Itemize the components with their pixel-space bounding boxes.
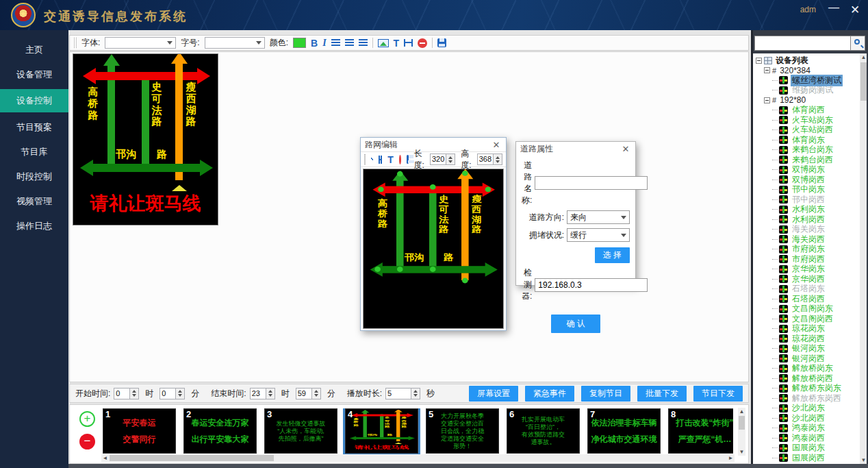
end-minute-value[interactable]: 59 [296, 388, 312, 399]
end-hour-stepper[interactable]: 23 [250, 388, 275, 399]
road-label-bottom-right[interactable]: 路 [387, 433, 392, 436]
device-row[interactable]: 维扬岗测试 [756, 86, 860, 96]
end-minute-stepper[interactable]: 59 [296, 388, 321, 399]
schedule-action-button[interactable]: 屏幕设置 [469, 386, 518, 402]
road-label-middle[interactable]: 史可法路 [438, 195, 448, 234]
scrollbar-thumb[interactable] [860, 62, 867, 101]
road-bar-green-middle[interactable] [380, 415, 383, 439]
device-row[interactable]: 国展岗西 [756, 453, 860, 463]
road-label-middle[interactable]: 史可法路 [151, 82, 162, 127]
road-tool-icon[interactable] [379, 156, 382, 164]
edit-handle-dot[interactable] [397, 267, 403, 272]
font-size-dropdown[interactable] [205, 37, 265, 49]
roadnet-edit-canvas[interactable]: 高桥路 史可法路 瘦西湖路 邗沟 路 [363, 169, 504, 329]
sidebar-item[interactable]: 时段控制 [0, 167, 68, 186]
road-label-bottom-left[interactable]: 邗沟 [367, 433, 377, 436]
road-label-right[interactable]: 瘦西湖路 [471, 195, 481, 234]
text-tool-button[interactable]: T [387, 154, 394, 165]
road-arrowhead-orange[interactable] [394, 410, 403, 412]
font-family-dropdown[interactable] [105, 37, 176, 49]
road-network-drawing[interactable]: 高桥路 史可法路 瘦西湖路 邗沟 路 [363, 171, 502, 290]
device-group-label[interactable]: 320*384 [778, 66, 812, 75]
align-center-icon[interactable] [345, 39, 354, 47]
road-arrow-green-bottom[interactable] [92, 164, 201, 172]
road-label-bottom-left[interactable]: 邗沟 [116, 148, 136, 161]
start-minute-value[interactable]: 0 [159, 388, 176, 399]
dialog-titlebar[interactable]: 路网编辑 ✕ [361, 138, 506, 151]
edit-handle-dot[interactable] [374, 267, 381, 272]
device-label[interactable]: 国展岗西 [791, 452, 826, 464]
schedule-action-button[interactable]: 节目下发 [693, 386, 743, 402]
scrollbar-thumb[interactable] [110, 455, 274, 461]
stepper-arrows[interactable] [411, 388, 420, 399]
close-icon[interactable]: ✕ [620, 144, 631, 154]
road-label-middle[interactable]: 史可法路 [385, 417, 390, 428]
program-vertical-scrollbar[interactable]: ▲ ▼ [738, 408, 745, 456]
start-hour-stepper[interactable]: 0 [114, 388, 139, 399]
stepper-arrows[interactable] [176, 388, 185, 399]
text-tool-button[interactable]: T [394, 38, 400, 49]
program-thumbnail[interactable]: 6 扎实开展电动车“百日整治”，有效预防道路交通事故。 [507, 408, 580, 454]
sidebar-item[interactable]: 设备管理 [0, 64, 68, 84]
stepper-arrows[interactable] [130, 388, 139, 399]
congestion-select[interactable]: 缓行 [567, 228, 630, 242]
device-label[interactable]: 维扬岗测试 [791, 84, 834, 96]
road-label-left[interactable]: 高桥路 [353, 418, 359, 427]
road-label-bottom-right[interactable]: 路 [444, 252, 453, 264]
road-arrowhead-green-bottom-right[interactable] [485, 262, 498, 277]
program-thumbnail[interactable]: 5 大力开展秋冬季交通安全整治百日会战，全力稳定道路交通安全形势！ [426, 408, 499, 454]
save-icon[interactable] [407, 155, 409, 164]
detector-field[interactable] [535, 278, 648, 292]
program-thumbnail[interactable]: 7 依法治理非标车辆净化城市交通环境 [587, 408, 661, 454]
device-search-input[interactable] [754, 36, 851, 51]
minimize-button[interactable]: — [827, 1, 841, 14]
remove-program-button[interactable]: − [79, 434, 95, 449]
scroll-down-arrow[interactable]: ▼ [860, 456, 867, 464]
program-thumbnail[interactable]: 8 打击改装“炸街”严查严惩“机… [668, 408, 733, 454]
device-group-label[interactable]: 192*80 [778, 95, 807, 105]
road-arrowhead-green-left[interactable] [361, 410, 370, 412]
road-name-field[interactable] [535, 176, 648, 190]
tree-expand-toggle[interactable] [764, 67, 770, 73]
toolbar-grip[interactable] [74, 38, 77, 48]
program-thumbnail[interactable]: 3 发生轻微交通事故“人未伤，车能动,先拍照，后撤离” [264, 408, 337, 454]
select-button[interactable]: 选 择 [595, 247, 630, 263]
stepper-arrows[interactable] [312, 388, 321, 399]
road-arrowhead-orange[interactable] [171, 53, 188, 64]
bold-button[interactable]: B [311, 38, 318, 49]
edit-handle-dot[interactable] [397, 171, 403, 177]
delete-icon[interactable] [399, 155, 401, 164]
program-thumbnail[interactable]: 4 高桥路 史可法路 瘦西湖路 邗沟 路 请礼让斑马线 [345, 408, 418, 454]
scroll-down-arrow[interactable]: ▼ [738, 448, 745, 456]
led-sign-preview[interactable]: 高桥路 史可法路 瘦西湖路 邗沟 路 请礼让斑马线 [73, 53, 218, 225]
road-direction-select[interactable]: 来向 [567, 210, 630, 224]
close-icon[interactable]: ✕ [491, 140, 502, 150]
search-button[interactable] [851, 36, 865, 51]
toolbar-grip[interactable] [364, 154, 366, 164]
italic-button[interactable]: I [322, 38, 326, 49]
road-label-bottom-right[interactable]: 路 [157, 148, 167, 161]
sidebar-item[interactable]: 主页 [0, 40, 68, 60]
program-horizontal-scrollbar[interactable]: ◄ ► [101, 454, 735, 462]
edit-handle-dot[interactable] [462, 171, 468, 176]
edit-canvas[interactable]: 高桥路 史可法路 瘦西湖路 邗沟 路 请礼让斑马线 路网编辑 ✕ T [69, 51, 749, 382]
duration-value[interactable]: 5 [385, 388, 411, 399]
road-arrowhead-red-right[interactable] [197, 68, 210, 84]
program-thumbnail[interactable]: 1 平安春运交警同行 [103, 408, 176, 454]
edit-handle-dot[interactable] [430, 184, 436, 190]
tree-scrollbar[interactable]: ▲ ▼ [860, 53, 867, 464]
start-minute-stepper[interactable]: 0 [159, 388, 185, 399]
start-hour-value[interactable]: 0 [114, 388, 130, 399]
edit-handle-dot[interactable] [378, 186, 384, 192]
sidebar-item[interactable]: 节目库 [0, 142, 68, 162]
road-bar-green-middle[interactable] [142, 72, 149, 169]
road-arrowhead-green-left[interactable] [103, 54, 120, 66]
stepper-arrows[interactable] [266, 388, 275, 399]
edit-handle-dot[interactable] [430, 267, 436, 272]
schedule-action-button[interactable]: 批量下发 [637, 386, 687, 402]
schedule-action-button[interactable]: 复制节目 [581, 386, 630, 402]
stepper-arrows[interactable] [446, 153, 455, 165]
road-arrow-orange[interactable] [175, 63, 183, 180]
length-value[interactable]: 320 [430, 153, 446, 165]
scroll-up-arrow[interactable]: ▲ [860, 53, 867, 61]
